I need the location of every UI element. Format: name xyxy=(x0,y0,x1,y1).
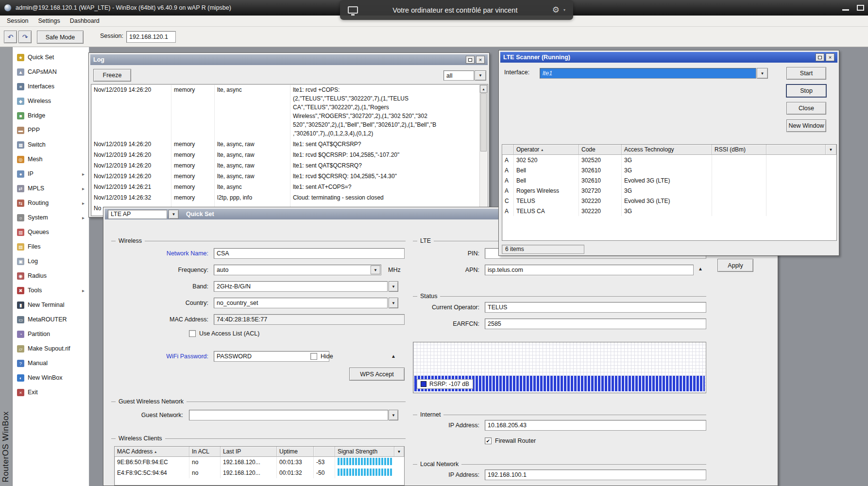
column-header-last-ip[interactable]: Last IP xyxy=(221,447,277,457)
sidebar-item-manual[interactable]: ?Manual xyxy=(13,356,89,370)
column-header-code[interactable]: Code xyxy=(579,145,622,155)
column-header-operator[interactable]: Operator▴ xyxy=(514,145,579,155)
column-header-rssi[interactable]: RSSI (dBm) xyxy=(712,145,766,155)
sidebar-item-bridge[interactable]: ■Bridge xyxy=(13,108,89,123)
sidebar-item-routing[interactable]: ⇆Routing▸ xyxy=(13,196,89,210)
scanner-restore-icon[interactable] xyxy=(816,53,824,61)
sidebar-item-mesh[interactable]: ◎Mesh xyxy=(13,152,89,167)
interface-dropdown-icon[interactable]: ▼ xyxy=(757,68,768,79)
wps-accept-button[interactable]: WPS Accept xyxy=(349,368,405,381)
interface-field[interactable]: lte1 xyxy=(540,68,756,79)
log-row[interactable]: Nov/12/2019 14:26:20 memory lte, async, … xyxy=(91,160,480,171)
lte-scanner-titlebar[interactable]: LTE Scanner (Running) × xyxy=(500,52,837,63)
new-window-button[interactable]: New Window xyxy=(786,119,826,132)
apply-button[interactable]: Apply xyxy=(717,259,753,272)
maximize-icon[interactable] xyxy=(857,5,864,11)
frequency-droplist-icon[interactable]: ▼ xyxy=(371,266,380,274)
redo-button[interactable]: ↷ xyxy=(18,31,32,43)
client-row[interactable]: E4:F8:9C:5C:94:64 no 192.168.120... 00:0… xyxy=(115,468,404,478)
sidebar-item-metarouter[interactable]: ▭MetaROUTER xyxy=(13,312,89,327)
log-buffer: memory xyxy=(171,84,215,139)
column-header-tech[interactable]: Access Technology xyxy=(622,145,712,155)
column-header-signal[interactable]: Signal Strength xyxy=(335,447,394,457)
client-row[interactable]: 9E:B6:50:FB:94:EC no 192.168.120... 00:0… xyxy=(115,457,404,468)
sidebar-item-ppp[interactable]: ▬PPP xyxy=(13,123,89,137)
session-field[interactable]: 192.168.120.1 xyxy=(126,31,176,43)
column-header-mac[interactable]: MAC Address▴ xyxy=(115,447,189,457)
sidebar-item-system[interactable]: ☼System▸ xyxy=(13,210,89,225)
use-access-list-checkbox[interactable] xyxy=(189,330,196,337)
sidebar-item-quick-set[interactable]: ★Quick Set xyxy=(13,50,89,65)
frequency-field[interactable]: auto ▼ xyxy=(214,265,381,275)
stop-button[interactable]: Stop xyxy=(786,84,826,97)
log-maximize-icon[interactable] xyxy=(466,56,475,64)
log-row[interactable]: Nov/12/2019 14:26:20 memory lte, async l… xyxy=(91,84,480,139)
log-filter-dropdown-icon[interactable]: ▼ xyxy=(475,70,486,81)
firewall-router-checkbox[interactable]: ✔ xyxy=(485,437,492,444)
local-ip-field[interactable]: 192.168.100.1 xyxy=(485,469,706,480)
scanner-row[interactable]: A 302 520 302520 3G xyxy=(502,155,836,165)
apn-up-arrow-icon[interactable]: ▲ xyxy=(698,266,703,271)
menu-settings[interactable]: Settings xyxy=(33,17,65,25)
log-close-icon[interactable]: × xyxy=(476,56,485,64)
sidebar-item-interfaces[interactable]: ≡Interfaces xyxy=(13,79,89,94)
scanner-row[interactable]: A Bell 302610 3G xyxy=(502,165,836,175)
gear-icon[interactable]: ⚙ xyxy=(552,6,560,14)
minimize-icon[interactable] xyxy=(842,9,849,11)
guest-network-dropdown-icon[interactable]: ▼ xyxy=(389,410,398,420)
sidebar-item-queues[interactable]: ▥Queues xyxy=(13,225,89,239)
sidebar-item-radius[interactable]: ◉Radius xyxy=(13,268,89,283)
start-button[interactable]: Start xyxy=(786,67,826,80)
network-name-field[interactable]: CSA xyxy=(214,248,405,259)
sidebar-item-capsman[interactable]: ▲CAPsMAN xyxy=(13,65,89,79)
log-row[interactable]: Nov/12/2019 14:26:20 memory lte, async, … xyxy=(91,139,480,150)
collapse-up-arrow-icon[interactable]: ▲ xyxy=(391,353,396,359)
undo-button[interactable]: ↶ xyxy=(4,31,17,43)
scanner-close-icon[interactable]: × xyxy=(826,53,834,61)
sidebar-item-partition[interactable]: ◔Partition xyxy=(13,327,89,341)
safe-mode-button[interactable]: Safe Mode xyxy=(37,31,84,44)
log-row[interactable]: Nov/12/2019 14:26:20 memory lte, async, … xyxy=(91,171,480,182)
sidebar-item-ip[interactable]: ●IP▸ xyxy=(13,167,89,181)
column-select-dropdown-icon[interactable]: ▼ xyxy=(394,447,404,457)
country-field[interactable]: no_country_set xyxy=(214,298,388,308)
log-row[interactable]: Nov/12/2019 14:26:20 memory lte, async, … xyxy=(91,150,480,160)
apn-field[interactable]: isp.telus.com xyxy=(485,265,694,275)
menu-dashboard[interactable]: Dashboard xyxy=(65,17,104,25)
sidebar-item-wireless[interactable]: ◆Wireless xyxy=(13,94,89,108)
hide-password-checkbox[interactable] xyxy=(310,353,317,360)
close-button[interactable]: Close xyxy=(786,102,826,115)
column-header-in-acl[interactable]: In ACL xyxy=(189,447,221,457)
sidebar-item-exit[interactable]: ×Exit xyxy=(13,385,89,400)
log-row[interactable]: Nov/12/2019 14:26:21 memory lte, async l… xyxy=(91,182,480,192)
sidebar-item-new-terminal[interactable]: ▮New Terminal xyxy=(13,298,89,312)
log-row[interactable]: Nov/12/2019 14:26:32 memory l2tp, ppp, i… xyxy=(91,192,480,203)
remote-control-banner[interactable]: Votre ordinateur est contrôlé par vincen… xyxy=(340,0,573,20)
log-titlebar[interactable]: Log × xyxy=(90,54,488,65)
sidebar-item-log[interactable]: ▣Log xyxy=(13,254,89,268)
quick-set-mode-select[interactable]: LTE AP xyxy=(108,210,167,219)
log-scrollbar[interactable]: ▲ xyxy=(479,85,487,215)
scanner-row[interactable]: A Rogers Wireless 302720 3G xyxy=(502,185,836,196)
sidebar-item-switch[interactable]: ▦Switch xyxy=(13,137,89,152)
column-select-dropdown-icon[interactable]: ▼ xyxy=(826,145,836,155)
sidebar-item-files[interactable]: ▤Files xyxy=(13,239,89,254)
band-dropdown-icon[interactable]: ▼ xyxy=(389,281,398,292)
column-header-uptime[interactable]: Uptime xyxy=(277,447,314,457)
log-scrollbar-thumb[interactable] xyxy=(480,93,487,151)
sidebar-item-tools[interactable]: ✖Tools▸ xyxy=(13,283,89,298)
menu-session[interactable]: Session xyxy=(2,17,33,25)
scanner-row[interactable]: A Bell 302610 Evolved 3G (LTE) xyxy=(502,175,836,185)
freeze-button[interactable]: Freeze xyxy=(93,69,131,82)
scanner-row[interactable]: A TELUS CA 302220 3G xyxy=(502,206,836,216)
band-field[interactable]: 2GHz-B/G/N xyxy=(214,281,388,292)
scanner-row[interactable]: C TELUS 302220 Evolved 3G (LTE) xyxy=(502,196,836,206)
quick-set-mode-dropdown-icon[interactable]: ▼ xyxy=(169,210,179,219)
sidebar-item-mpls[interactable]: ⇄MPLS▸ xyxy=(13,181,89,196)
guest-network-field[interactable] xyxy=(189,410,388,420)
country-dropdown-icon[interactable]: ▼ xyxy=(389,298,398,308)
sidebar-item-make-supout[interactable]: ▱Make Supout.rif xyxy=(13,341,89,356)
log-filter-select[interactable]: all xyxy=(443,70,474,81)
sidebar-item-new-winbox[interactable]: ◐New WinBox xyxy=(13,370,89,385)
scroll-up-icon[interactable]: ▲ xyxy=(480,85,487,93)
